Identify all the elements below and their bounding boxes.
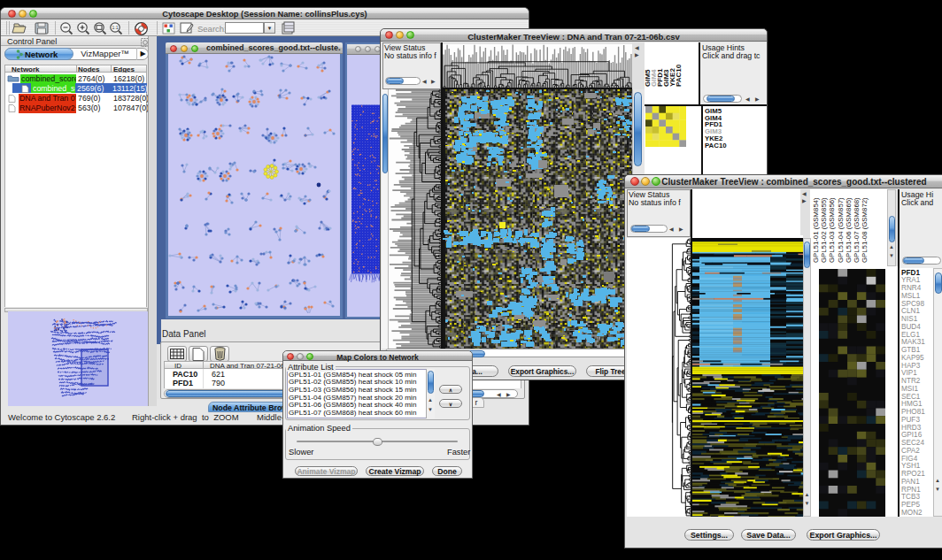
svg-text:GPL51-01 (GSM854): GPL51-01 (GSM854) (812, 197, 820, 263)
svg-text:GPL51-02 (GSM855): GPL51-02 (GSM855) (820, 197, 828, 263)
svg-text:GPL51-07 (GSM868): GPL51-07 (GSM868) (853, 197, 861, 263)
svg-text:GPL51-06 (GSM865): GPL51-06 (GSM865) (845, 197, 853, 263)
svg-text:GPL51-04 (GSM857): GPL51-04 (GSM857) (837, 197, 845, 263)
svg-text:1:1: 1:1 (112, 25, 119, 30)
svg-text:GPL51-08 (GSM872): GPL51-08 (GSM872) (861, 197, 869, 263)
svg-text:PAC10: PAC10 (675, 64, 683, 87)
svg-text:GPL51-03 (GSM856): GPL51-03 (GSM856) (828, 197, 836, 263)
